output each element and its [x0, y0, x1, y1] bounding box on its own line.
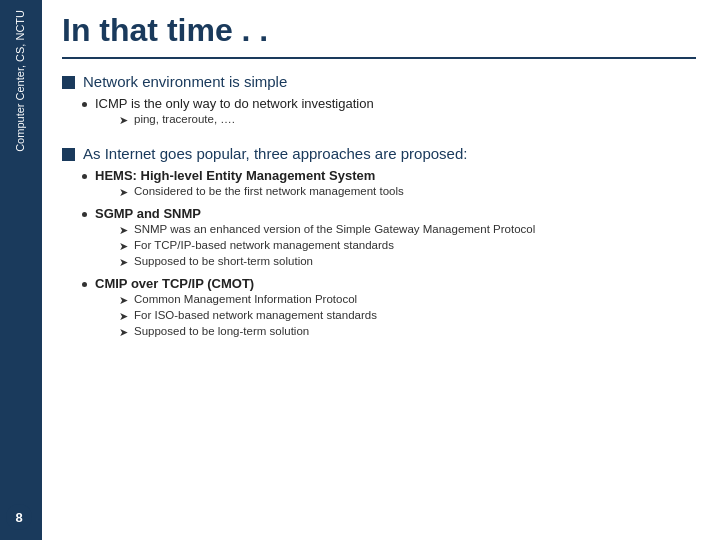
arrow-text: Common Management Information Protocol	[134, 293, 357, 305]
arrow-items: ➤ SNMP was an enhanced version of the Si…	[119, 223, 535, 269]
arrow-text: For ISO-based network management standar…	[134, 309, 377, 321]
section-network: Network environment is simple ICMP is th…	[62, 73, 696, 133]
sidebar-label: Computer Center, CS, NCTU	[13, 10, 28, 152]
list-item: CMIP over TCP/IP (CMOT) ➤ Common Managem…	[82, 276, 696, 341]
list-item: ➤ For ISO-based network management stand…	[119, 309, 377, 323]
list-item: ➤ Supposed to be short-term solution	[119, 255, 535, 269]
bullet-icon	[62, 148, 75, 161]
sub-item-text: ICMP is the only way to do network inves…	[95, 96, 374, 111]
list-item: ➤ Supposed to be long-term solution	[119, 325, 377, 339]
arrow-text: For TCP/IP-based network management stan…	[134, 239, 394, 251]
list-item: ➤ Common Management Information Protocol	[119, 293, 377, 307]
section-title-1: Network environment is simple	[83, 73, 287, 90]
dot-icon	[82, 212, 87, 217]
arrow-text: ping, traceroute, ….	[134, 113, 235, 125]
list-item: HEMS: High-level Entity Management Syste…	[82, 168, 696, 201]
list-item: ICMP is the only way to do network inves…	[82, 96, 696, 129]
bold-text: SGMP and SNMP	[95, 206, 201, 221]
bold-text: HEMS: High-level Entity Management Syste…	[95, 168, 375, 183]
list-item: ➤ ping, traceroute, ….	[119, 113, 374, 127]
arrow-icon: ➤	[119, 224, 128, 237]
dot-icon	[82, 174, 87, 179]
arrow-icon: ➤	[119, 326, 128, 339]
arrow-icon: ➤	[119, 114, 128, 127]
arrow-icon: ➤	[119, 310, 128, 323]
arrow-icon: ➤	[119, 256, 128, 269]
bullet-icon	[62, 76, 75, 89]
arrow-items: ➤ Common Management Information Protocol…	[119, 293, 377, 339]
arrow-text: SNMP was an enhanced version of the Simp…	[134, 223, 535, 235]
page-number: 8	[6, 504, 32, 530]
main-content: In that time . . Network environment is …	[42, 0, 720, 540]
arrow-icon: ➤	[119, 240, 128, 253]
section-internet: As Internet goes popular, three approach…	[62, 145, 696, 345]
list-item: ➤ SNMP was an enhanced version of the Si…	[119, 223, 535, 237]
arrow-icon: ➤	[119, 186, 128, 199]
arrow-text: Supposed to be long-term solution	[134, 325, 309, 337]
arrow-icon: ➤	[119, 294, 128, 307]
sub-item-text: SGMP and SNMP	[95, 206, 535, 221]
sub-item-text: CMIP over TCP/IP (CMOT)	[95, 276, 377, 291]
sidebar: Computer Center, CS, NCTU 8	[0, 0, 42, 540]
bold-text: CMIP over TCP/IP (CMOT)	[95, 276, 254, 291]
list-item: ➤ For TCP/IP-based network management st…	[119, 239, 535, 253]
arrow-items: ➤ ping, traceroute, ….	[119, 113, 374, 127]
dot-icon	[82, 282, 87, 287]
arrow-items: ➤ Considered to be the first network man…	[119, 185, 404, 199]
sub-item-text: HEMS: High-level Entity Management Syste…	[95, 168, 404, 183]
list-item: ➤ Considered to be the first network man…	[119, 185, 404, 199]
dot-icon	[82, 102, 87, 107]
section-title-2: As Internet goes popular, three approach…	[83, 145, 467, 162]
arrow-text: Supposed to be short-term solution	[134, 255, 313, 267]
arrow-text: Considered to be the first network manag…	[134, 185, 404, 197]
title-divider	[62, 57, 696, 59]
sub-items-1: ICMP is the only way to do network inves…	[82, 96, 696, 129]
slide-title: In that time . .	[62, 12, 696, 49]
list-item: SGMP and SNMP ➤ SNMP was an enhanced ver…	[82, 206, 696, 271]
sub-items-2: HEMS: High-level Entity Management Syste…	[82, 168, 696, 341]
